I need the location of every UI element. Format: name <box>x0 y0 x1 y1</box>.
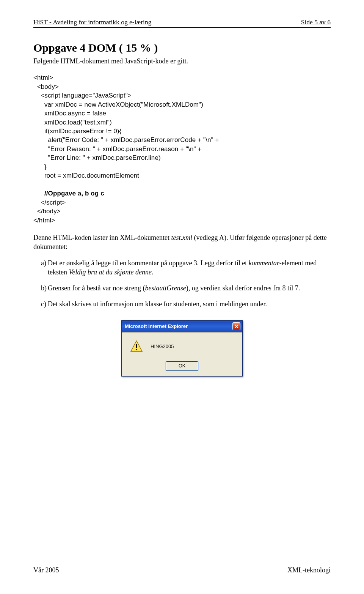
question-b-text: Grensen for å bestå var noe streng (best… <box>48 284 331 293</box>
question-list: a) Det er ønskelig å legge til en kommen… <box>33 258 331 309</box>
question-a-marker: a) <box>33 258 48 277</box>
svg-rect-1 <box>136 344 137 348</box>
task-title: Oppgave 4 DOM ( 15 % ) <box>33 41 331 54</box>
code-suffix: </script> </body> </html> <box>33 199 66 224</box>
code-task-comment: //Oppgave a, b og c <box>44 190 104 197</box>
footer-left: Vår 2005 <box>33 566 59 574</box>
code-listing: <html> <body> <script language="JavaScri… <box>33 73 331 225</box>
dialog-screenshot: Microsoft Internet Explorer <box>33 320 331 377</box>
header-right: Side 5 av 6 <box>301 18 331 26</box>
dialog-body: HING2005 OK <box>122 332 242 376</box>
page-footer: Vår 2005 XML-teknologi <box>33 565 331 574</box>
para-filename: test.xml <box>171 234 192 241</box>
question-c-text: Det skal skrives ut informasjon om klass… <box>48 299 331 309</box>
para-text-1: Denne HTML-koden laster inn XML-dokument… <box>33 234 171 241</box>
task-intro: Følgende HTML-dokument med JavaScript-ko… <box>33 57 331 66</box>
alert-dialog: Microsoft Internet Explorer <box>121 320 243 377</box>
close-icon <box>235 325 238 328</box>
svg-point-2 <box>136 349 137 350</box>
question-a-text: Det er ønskelig å legge til en kommentar… <box>48 258 331 277</box>
question-b: b) Grensen for å bestå var noe streng (b… <box>33 284 331 293</box>
warning-icon <box>130 340 143 353</box>
ok-button[interactable]: OK <box>166 361 198 371</box>
close-button[interactable] <box>232 322 240 330</box>
code-prefix: <html> <body> <script language="JavaScri… <box>33 74 219 197</box>
dialog-title: Microsoft Internet Explorer <box>125 323 188 329</box>
dialog-message: HING2005 <box>151 343 174 349</box>
question-c: c) Det skal skrives ut informasjon om kl… <box>33 299 331 309</box>
question-c-marker: c) <box>33 299 48 309</box>
question-a: a) Det er ønskelig å legge til en kommen… <box>33 258 331 277</box>
question-b-marker: b) <box>33 284 48 293</box>
header-left: HiST - Avdeling for informatikk og e-lær… <box>33 18 151 26</box>
dialog-titlebar: Microsoft Internet Explorer <box>122 321 242 332</box>
footer-right: XML-teknologi <box>287 566 331 574</box>
page-header: HiST - Avdeling for informatikk og e-lær… <box>33 0 331 27</box>
header-rule <box>33 27 331 28</box>
description-paragraph: Denne HTML-koden laster inn XML-dokument… <box>33 233 331 252</box>
